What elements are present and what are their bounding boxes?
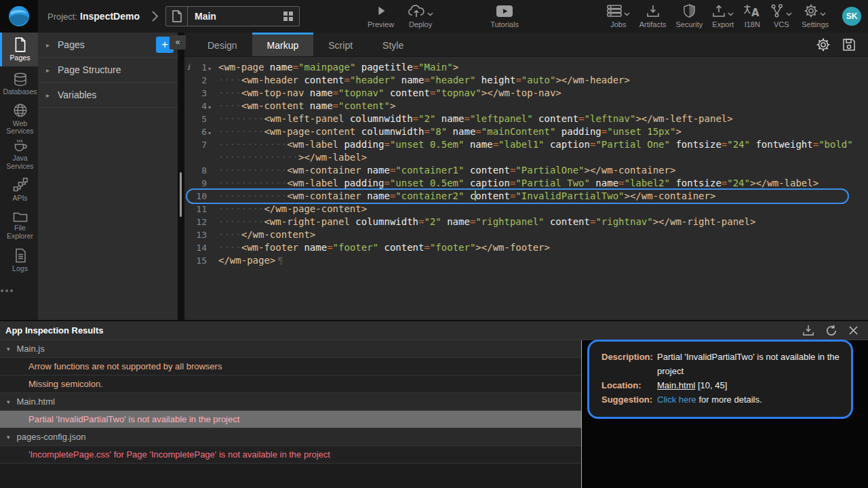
editor-settings-button[interactable] xyxy=(816,38,830,52)
code-lines: i1▾<wm-page name="mainpage" pagetitle="M… xyxy=(184,61,868,267)
tutorials-button[interactable]: Tutorials xyxy=(490,4,519,28)
inspection-item[interactable]: Arrow functions are not supported by all… xyxy=(0,358,581,375)
save-button[interactable] xyxy=(842,38,856,52)
tab-style[interactable]: Style xyxy=(368,33,418,56)
code-line-4[interactable]: 4▾····<wm-content name="content"> xyxy=(184,100,868,113)
code-line-7[interactable]: 7············<wm-label padding="unset 0.… xyxy=(184,138,868,151)
collapse-panel-button[interactable]: « xyxy=(170,35,186,49)
explorer-section-variables[interactable]: ▸ Variables xyxy=(38,83,178,108)
inspection-detail-area: Description: Partial 'InvalidPartialTwo'… xyxy=(582,340,868,488)
code-line-11[interactable]: 11········</wm-page-content> xyxy=(184,203,868,216)
i18n-button[interactable]: A I18N xyxy=(743,4,761,28)
close-panel-button[interactable] xyxy=(848,325,859,336)
sidebar-item-file-explorer[interactable]: File Explorer xyxy=(0,207,38,243)
gear-icon xyxy=(804,4,818,18)
location-file-link[interactable]: Main.html xyxy=(657,380,695,390)
i18n-label: I18N xyxy=(745,20,760,28)
folder-icon xyxy=(13,210,28,222)
sidebar-item-logs[interactable]: Logs xyxy=(0,243,38,278)
tab-script[interactable]: Script xyxy=(313,33,368,56)
jobs-icon xyxy=(607,5,622,17)
tab-markup[interactable]: Markup xyxy=(252,33,314,56)
explorer-section-page-structure[interactable]: ▸ Page Structure xyxy=(38,58,178,83)
inspection-item[interactable]: Partial 'InvalidPartialTwo' is not avail… xyxy=(0,411,581,428)
security-button[interactable]: Security xyxy=(676,4,703,28)
explorer-section-pages[interactable]: ▸ Pages + xyxy=(38,33,178,58)
expand-arrow-icon[interactable]: ▸ xyxy=(46,92,50,99)
code-line-8[interactable]: 8············<wm-container name="contain… xyxy=(184,164,868,177)
app-window: Project:InspectDemo Main Preview xyxy=(0,0,868,488)
expand-arrow-icon[interactable]: ▸ xyxy=(46,66,50,74)
sidebar-item-apis[interactable]: APIs xyxy=(0,172,38,207)
description-label: Description: xyxy=(601,350,657,378)
location-position: [10, 45] xyxy=(695,380,727,390)
workspace: Pages Databases Web Services Java Servic… xyxy=(0,33,868,320)
code-line-5[interactable]: 5········<wm-left-panel columnwidth="2" … xyxy=(184,113,868,125)
inspection-group-header[interactable]: ▾pages-config.json xyxy=(0,428,581,446)
vcs-button[interactable]: VCS xyxy=(770,4,792,28)
youtube-icon xyxy=(496,5,513,17)
code-editor[interactable]: i1▾<wm-page name="mainpage" pagetitle="M… xyxy=(184,57,868,320)
deploy-button[interactable]: Deploy xyxy=(408,4,433,28)
tab-design[interactable]: Design xyxy=(193,33,252,56)
suggestion-value: Click here for more details. xyxy=(657,392,842,407)
chevron-down-icon xyxy=(624,12,630,16)
code-line-13[interactable]: 13····</wm-content> xyxy=(184,228,868,241)
code-line-1[interactable]: i1▾<wm-page name="mainpage" pagetitle="M… xyxy=(184,61,868,74)
page-selector[interactable]: Main xyxy=(165,6,300,26)
left-sidebar: Pages Databases Web Services Java Servic… xyxy=(0,33,38,320)
inspection-group-header[interactable]: ▾Main.html xyxy=(0,393,581,411)
panel-splitter[interactable]: « xyxy=(178,33,184,320)
inspection-group-header[interactable]: ▾Main.js xyxy=(0,340,581,358)
code-line-3[interactable]: 3····<wm-top-nav name="topnav" content="… xyxy=(184,87,868,100)
code-line-6[interactable]: 6▾········<wm-page-content columnwidth="… xyxy=(184,125,868,138)
expand-arrow-icon[interactable]: ▸ xyxy=(46,41,50,49)
sidebar-item-web-services[interactable]: Web Services xyxy=(0,102,38,137)
wavemaker-logo-icon xyxy=(7,5,31,28)
code-line-2[interactable]: 2····<wm-header content="header" name="h… xyxy=(184,74,868,87)
detail-location-row: Location: Main.html [10, 45] xyxy=(601,378,847,392)
selected-page-name: Main xyxy=(188,11,283,22)
download-results-button[interactable] xyxy=(802,325,814,336)
sidebar-item-databases[interactable]: Databases xyxy=(0,66,38,102)
inspection-item[interactable]: 'IncompletePage.css' for Page 'Incomplet… xyxy=(0,446,581,464)
code-line-10[interactable]: 10············<wm-container name="contai… xyxy=(184,190,868,203)
page-doc-icon xyxy=(166,7,188,26)
translate-icon: A xyxy=(743,4,761,18)
sidebar-item-pages[interactable]: Pages xyxy=(0,33,38,66)
code-line-15[interactable]: 15</wm-page>¶ xyxy=(184,254,868,267)
chevron-down-icon xyxy=(427,12,433,16)
settings-button[interactable]: Settings xyxy=(802,4,829,28)
pages-explorer-panel: ▸ Pages + ▸ Page Structure ▸ Variables xyxy=(38,33,178,320)
download-tray-icon xyxy=(646,5,660,18)
scrollbar-thumb[interactable] xyxy=(180,172,182,217)
click-here-link[interactable]: Click here xyxy=(657,394,696,405)
refresh-results-button[interactable] xyxy=(825,325,837,337)
inspection-item[interactable]: Missing semicolon. xyxy=(0,375,581,393)
app-inspection-panel: App Inspection Results ▾Main.jsArrow fun… xyxy=(0,320,868,488)
chevron-right-icon xyxy=(151,10,159,22)
user-avatar[interactable]: SK xyxy=(842,7,861,26)
inspection-header: App Inspection Results xyxy=(0,321,868,340)
grid-icon[interactable] xyxy=(283,11,299,22)
app-logo[interactable] xyxy=(0,0,38,33)
artifacts-label: Artifacts xyxy=(639,20,667,28)
jobs-button[interactable]: Jobs xyxy=(607,4,630,28)
sidebar-item-java-services[interactable]: Java Services xyxy=(0,137,38,172)
inspection-list: ▾Main.jsArrow functions are not supporte… xyxy=(0,340,582,488)
artifacts-button[interactable]: Artifacts xyxy=(639,4,667,28)
code-line-12[interactable]: 12········<wm-right-panel columnwidth="2… xyxy=(184,216,868,228)
project-name: Project:InspectDemo xyxy=(47,11,140,22)
code-line-9[interactable]: 9············<wm-label padding="unset 0.… xyxy=(184,177,868,190)
sidebar-more-button[interactable] xyxy=(0,289,38,293)
suggestion-label: Suggestion: xyxy=(601,392,657,407)
chevron-down-icon xyxy=(786,12,792,16)
preview-button[interactable]: Preview xyxy=(368,4,394,28)
export-button[interactable]: Export xyxy=(712,4,734,28)
code-line-14[interactable]: 14····<wm-footer name="footer" content="… xyxy=(184,241,868,254)
description-value: Partial 'InvalidPartialTwo' is not avail… xyxy=(657,350,842,378)
refresh-icon xyxy=(825,325,837,337)
topbar-actions-right: Jobs Artifacts Security Export A I18N xyxy=(607,4,861,28)
code-line-wrap[interactable]: ··············></wm-label> xyxy=(184,151,868,164)
shield-icon xyxy=(683,4,696,18)
